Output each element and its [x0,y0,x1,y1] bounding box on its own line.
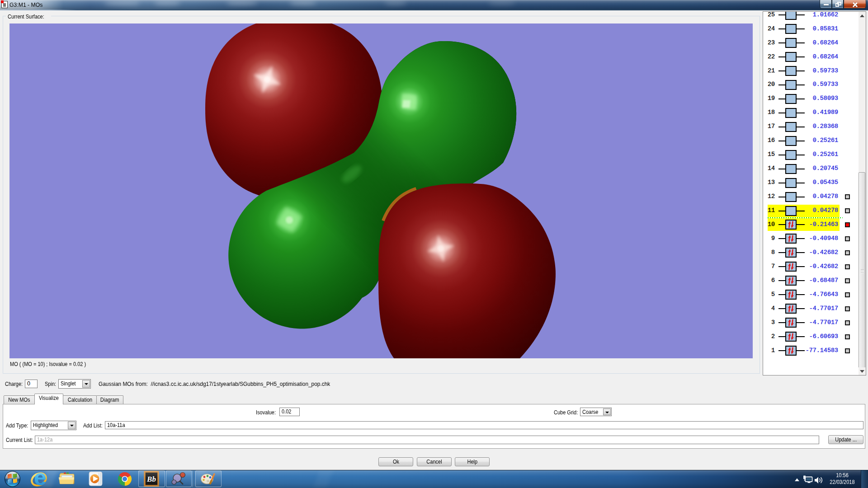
svg-text:e: e [34,470,47,488]
